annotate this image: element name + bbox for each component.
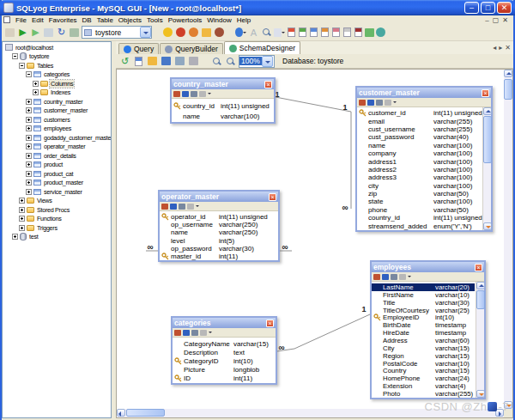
tab-scroll-right-icon[interactable]: ▸ bbox=[499, 44, 502, 52]
export-image-icon[interactable] bbox=[174, 56, 185, 67]
zoom-combo[interactable]: 100% bbox=[239, 55, 275, 68]
tree-item-categories[interactable]: categories bbox=[3, 70, 111, 80]
table-add-icon[interactable] bbox=[173, 91, 180, 97]
close-button[interactable]: ✕ bbox=[497, 2, 512, 14]
mdi-restore-button[interactable]: ▢ bbox=[493, 16, 500, 24]
execute-query-icon[interactable]: ▶ bbox=[17, 27, 28, 38]
link-icon[interactable] bbox=[391, 274, 397, 280]
tree-item-customers[interactable]: customers bbox=[3, 115, 111, 125]
expand-icon[interactable] bbox=[26, 171, 32, 177]
save-icon2[interactable] bbox=[382, 274, 389, 280]
tree-item-product-master[interactable]: product_master bbox=[3, 179, 111, 188]
field-row-extension[interactable]: Extensionvarchar(4) bbox=[372, 382, 475, 390]
menu-file[interactable]: File bbox=[13, 16, 29, 24]
field-row-country[interactable]: Countryvarchar(15) bbox=[372, 367, 475, 374]
menu-powertools[interactable]: Powertools bbox=[166, 16, 205, 24]
menu-favorites[interactable]: Favorites bbox=[46, 16, 80, 24]
save-icon2[interactable] bbox=[170, 204, 177, 210]
menu-window[interactable]: Window bbox=[204, 16, 233, 24]
field-row-streamsend_added[interactable]: streamsend_addedenum('Y','N') bbox=[357, 222, 482, 229]
save-icon2[interactable] bbox=[183, 330, 190, 336]
table-box-titlebar[interactable]: employees× bbox=[372, 262, 484, 272]
field-row-lastname[interactable]: LastNamevarchar(20) bbox=[372, 283, 475, 291]
tree-item-product-cat[interactable]: product_cat bbox=[3, 169, 111, 179]
mdi-minimize-button[interactable]: – bbox=[485, 16, 488, 24]
tab-scroll-left-icon[interactable]: ◂ bbox=[493, 44, 496, 52]
print-icon[interactable] bbox=[188, 56, 199, 67]
table-box-country_master[interactable]: country_master×country_idint(11) unsigne… bbox=[170, 77, 276, 124]
tree-item-tables[interactable]: Tables bbox=[3, 61, 111, 70]
tree-item-godaddy-customer-master[interactable]: godaddy_customer_master bbox=[3, 133, 111, 143]
field-row-level[interactable]: levelint(5) bbox=[160, 236, 278, 244]
dropdown-caret-icon[interactable] bbox=[209, 332, 212, 335]
link-icon[interactable] bbox=[191, 91, 197, 97]
field-row-picture[interactable]: Picturelongblob bbox=[173, 366, 276, 374]
field-row-state[interactable]: statevarchar(100) bbox=[357, 198, 482, 205]
field-row-customer_id[interactable]: customer_idint(11) unsigned bbox=[357, 109, 482, 117]
expand-icon[interactable] bbox=[33, 81, 39, 87]
table-box-customer_master[interactable]: customer_master×customer_idint(11) unsig… bbox=[355, 86, 493, 232]
field-row-op_username[interactable]: op_usernamevarchar(250) bbox=[160, 221, 278, 228]
user-brown-icon[interactable] bbox=[214, 27, 225, 38]
tab-close-icon[interactable]: ✕ bbox=[505, 44, 511, 52]
envelope-icon[interactable] bbox=[201, 27, 212, 38]
open-icon[interactable] bbox=[147, 56, 158, 67]
user-yellow-icon[interactable] bbox=[162, 27, 173, 38]
field-row-homephone[interactable]: HomePhonevarchar(24) bbox=[372, 374, 475, 382]
tree-item-indexes[interactable]: Indexes bbox=[3, 88, 111, 98]
table-scrollbar[interactable] bbox=[476, 282, 484, 398]
expand-icon[interactable] bbox=[26, 125, 32, 131]
table-box-close-icon[interactable]: × bbox=[269, 193, 276, 201]
duplicate-icon[interactable] bbox=[331, 27, 341, 38]
field-row-birthdate[interactable]: BirthDatetimestamp bbox=[372, 321, 475, 329]
find-user-icon[interactable] bbox=[261, 27, 272, 38]
edit-icon[interactable] bbox=[69, 27, 80, 38]
expand-icon[interactable] bbox=[26, 107, 32, 113]
field-row-city[interactable]: cityvarchar(100) bbox=[357, 182, 482, 190]
menu-objects[interactable]: Objects bbox=[116, 16, 144, 24]
zoom-in-icon[interactable] bbox=[211, 56, 222, 67]
expand-icon[interactable] bbox=[26, 143, 32, 149]
expand-icon[interactable] bbox=[26, 161, 32, 167]
grid-icon[interactable] bbox=[200, 330, 207, 336]
menu-table[interactable]: Table bbox=[94, 16, 116, 24]
new-diagram-icon[interactable] bbox=[133, 56, 144, 67]
canvas-vscrollbar[interactable] bbox=[504, 70, 512, 409]
user-red-icon[interactable] bbox=[175, 27, 186, 38]
mdi-close-button[interactable]: ✕ bbox=[502, 16, 508, 24]
paste-icon[interactable] bbox=[320, 27, 330, 38]
table-box-titlebar[interactable]: customer_master× bbox=[357, 88, 491, 98]
card-view-icon[interactable] bbox=[274, 27, 285, 38]
update-row-icon[interactable] bbox=[298, 27, 307, 38]
tree-item-test[interactable]: test bbox=[3, 233, 111, 242]
expand-icon[interactable] bbox=[12, 234, 18, 240]
field-row-op_password[interactable]: op_passwordvarchar(30) bbox=[160, 245, 278, 253]
tree-item-operator-master[interactable]: operator_master bbox=[3, 143, 111, 152]
expand-icon[interactable] bbox=[26, 117, 32, 123]
field-row-description[interactable]: Descriptiontext bbox=[173, 348, 276, 356]
tree-item-service-master[interactable]: service_master bbox=[3, 187, 111, 197]
tree-item-functions[interactable]: Functions bbox=[3, 215, 111, 224]
link-icon[interactable] bbox=[376, 100, 383, 106]
database-combo-dropdown-icon[interactable] bbox=[140, 27, 151, 38]
expand-icon[interactable] bbox=[26, 180, 32, 186]
field-row-country_id[interactable]: country_idint(11) unsigned bbox=[357, 214, 482, 222]
tree-item-order-details[interactable]: order_details bbox=[3, 151, 111, 161]
field-row-titleofcourtesy[interactable]: TitleOfCourtesyvarchar(25) bbox=[372, 307, 475, 314]
field-row-postalcode[interactable]: PostalCodevarchar(10) bbox=[372, 360, 475, 368]
collapse-icon[interactable] bbox=[19, 63, 25, 69]
table-box-titlebar[interactable]: operator_master× bbox=[160, 192, 278, 202]
table-box-titlebar[interactable]: country_master× bbox=[172, 79, 274, 89]
table-add-icon[interactable] bbox=[359, 100, 366, 106]
grid-icon[interactable] bbox=[385, 100, 391, 106]
menu-tools[interactable]: Tools bbox=[144, 16, 166, 24]
expand-icon[interactable] bbox=[26, 189, 32, 195]
expand-icon[interactable] bbox=[19, 207, 25, 213]
result-table-icon[interactable] bbox=[43, 27, 54, 38]
field-row-cust_username[interactable]: cust_usernamevarchar(255) bbox=[357, 125, 482, 133]
tree-item-root-localhost[interactable]: root@localhost bbox=[3, 43, 111, 52]
menu-db[interactable]: DB bbox=[80, 16, 94, 24]
field-row-region[interactable]: Regionvarchar(15) bbox=[372, 352, 475, 360]
table-box-employees[interactable]: employees×LastNamevarchar(20)FirstNameva… bbox=[370, 260, 486, 399]
save-icon[interactable] bbox=[161, 56, 172, 67]
